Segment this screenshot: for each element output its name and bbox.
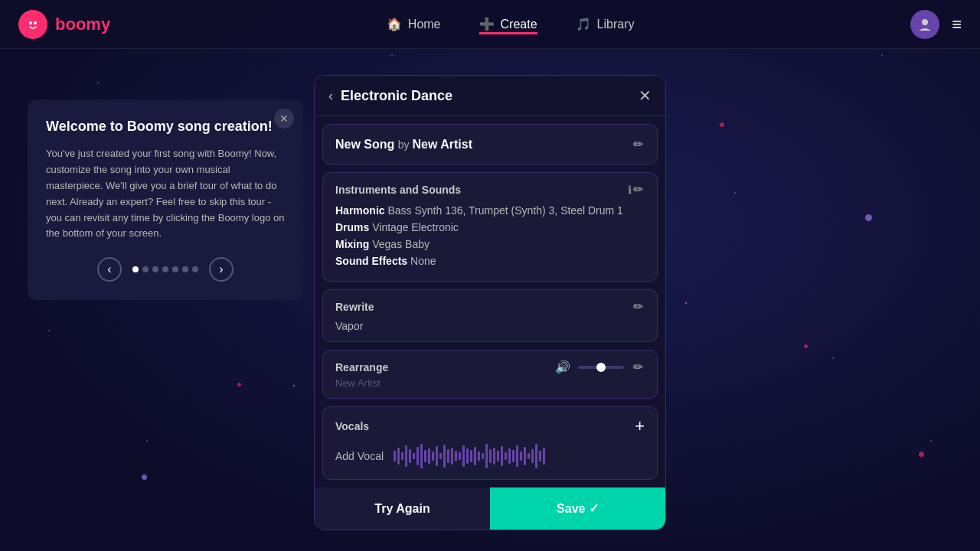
nav-dots xyxy=(132,266,198,272)
waveform-bar xyxy=(432,452,434,461)
song-creation-modal: ‹ Electronic Dance ✕ New Song by New Art… xyxy=(314,75,666,530)
avatar[interactable] xyxy=(910,10,939,39)
waveform-bar xyxy=(470,450,472,462)
modal-back-button[interactable]: ‹ xyxy=(328,88,333,104)
svg-point-1 xyxy=(29,21,32,24)
harmonic-label: Harmonic xyxy=(335,204,385,217)
mixing-value: Vegas Baby xyxy=(372,238,430,250)
logo-text: boomy xyxy=(55,15,110,34)
vocals-add-label: Add Vocal xyxy=(335,450,389,462)
nav-library[interactable]: 🎵 Library xyxy=(576,14,635,34)
waveform-bar xyxy=(466,448,469,464)
waveform-bar xyxy=(482,453,484,459)
rewrite-section: Rewrite ✏ Vapor xyxy=(322,289,658,342)
create-icon: ➕ xyxy=(479,17,495,31)
navbar: boomy 🏠 Home ➕ Create 🎵 Library ≡ xyxy=(0,0,980,49)
svg-point-0 xyxy=(25,17,41,32)
artist-name: New Artist xyxy=(412,138,472,151)
rearrange-header: Rearrange 🔊 ✏ xyxy=(335,360,645,374)
waveform-bar xyxy=(455,451,457,461)
waveform-bar xyxy=(535,444,537,468)
waveform-bar xyxy=(447,449,449,463)
waveform-bar xyxy=(420,444,423,468)
sound-effects-label: Sound Effects xyxy=(335,255,407,267)
waveform-bar xyxy=(443,445,446,468)
waveform-bar xyxy=(394,451,396,461)
dot-2 xyxy=(142,266,149,272)
waveform-bar xyxy=(409,449,411,463)
dot-4 xyxy=(162,266,168,272)
nav-home[interactable]: 🏠 Home xyxy=(387,14,441,34)
sound-effects-value: None xyxy=(410,255,436,267)
nav-links: 🏠 Home ➕ Create 🎵 Library xyxy=(110,14,910,34)
instruments-label: Instruments and Sounds xyxy=(335,184,623,196)
boomy-logo-svg xyxy=(24,16,41,33)
save-button[interactable]: Save ✓ xyxy=(490,487,665,530)
drums-label: Drums xyxy=(335,221,369,233)
svg-point-2 xyxy=(34,21,37,24)
rearrange-controls: 🔊 xyxy=(555,360,624,374)
song-edit-button[interactable]: ✏ xyxy=(632,137,645,152)
waveform-bar xyxy=(489,449,492,463)
waveform-bar xyxy=(462,445,465,467)
mixing-row: Mixing Vegas Baby xyxy=(335,238,645,250)
harmonic-value: Bass Synth 136, Trumpet (Synth) 3, Steel… xyxy=(387,204,622,217)
waveform-bar xyxy=(478,452,480,461)
rearrange-edit-button[interactable]: ✏ xyxy=(632,360,645,374)
deco-dot xyxy=(804,344,808,348)
waveform-bar xyxy=(508,448,511,464)
deco-dot xyxy=(919,452,924,457)
waveform-bar xyxy=(439,453,442,459)
instruments-header: Instruments and Sounds ℹ ✏ xyxy=(335,182,645,197)
waveform-bar xyxy=(485,444,488,468)
modal-close-button[interactable]: ✕ xyxy=(639,86,652,105)
deco-dot xyxy=(720,122,724,127)
song-name: New Song by New Artist xyxy=(335,138,472,152)
welcome-card: ✕ Welcome to Boomy song creation! You've… xyxy=(28,99,303,300)
rewrite-value: Vapor xyxy=(335,320,645,332)
prev-button[interactable]: ‹ xyxy=(97,257,122,282)
logo-icon xyxy=(18,10,47,39)
waveform-bar xyxy=(416,447,419,465)
home-icon: 🏠 xyxy=(387,17,402,31)
dot-3 xyxy=(152,266,158,272)
logo-area: boomy xyxy=(18,10,110,39)
waveform-bar xyxy=(543,448,545,465)
dot-1 xyxy=(132,266,139,272)
modal-title: Electronic Dance xyxy=(341,88,639,104)
nav-create[interactable]: ➕ Create xyxy=(479,14,537,34)
deco-dot xyxy=(142,474,147,480)
waveform-bar xyxy=(413,453,415,459)
welcome-close-button[interactable]: ✕ xyxy=(274,109,294,129)
waveform-bar xyxy=(474,447,476,465)
rewrite-header: Rewrite ✏ xyxy=(335,299,645,314)
menu-button[interactable]: ≡ xyxy=(952,15,962,34)
waveform-bar xyxy=(512,450,514,462)
try-again-button[interactable]: Try Again xyxy=(315,487,490,530)
instruments-section: Instruments and Sounds ℹ ✏ Harmonic Bass… xyxy=(322,172,658,282)
nav-right: ≡ xyxy=(910,10,962,39)
speaker-icon: 🔊 xyxy=(555,360,570,374)
rewrite-edit-button[interactable]: ✏ xyxy=(632,299,645,314)
instruments-edit-button[interactable]: ✏ xyxy=(632,182,645,197)
harmonic-row: Harmonic Bass Synth 136, Trumpet (Synth)… xyxy=(335,204,645,217)
waveform-bar xyxy=(516,445,518,467)
waveform-bar xyxy=(539,451,541,461)
rearrange-progress-bar[interactable] xyxy=(578,366,624,369)
vocals-label: Vocals xyxy=(335,420,635,432)
by-text: by xyxy=(398,139,413,151)
vocals-section: Vocals + Add Vocal xyxy=(322,406,658,480)
waveform-bar xyxy=(428,448,430,464)
vocals-add-button[interactable]: + xyxy=(635,416,645,436)
sound-effects-row: Sound Effects None xyxy=(335,255,645,267)
waveform-bar xyxy=(493,448,495,465)
waveform-bar xyxy=(424,450,426,462)
waveform-container: Add Vocal xyxy=(335,442,645,470)
mixing-label: Mixing xyxy=(335,238,369,250)
modal-footer: Try Again Save ✓ xyxy=(315,487,665,530)
next-button[interactable]: › xyxy=(209,257,234,282)
deco-dot xyxy=(865,214,872,221)
waveform-bar xyxy=(524,447,526,465)
dot-5 xyxy=(172,266,178,272)
waveform-bar xyxy=(497,451,499,461)
